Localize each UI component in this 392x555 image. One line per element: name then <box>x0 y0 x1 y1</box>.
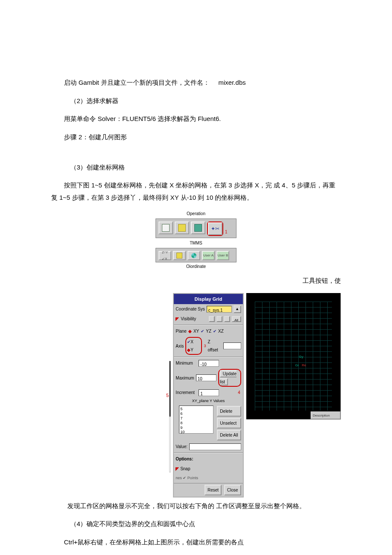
marker-5: 5 <box>166 391 169 400</box>
minimum-input[interactable]: -10 <box>199 360 219 367</box>
axis-icon: Z↑Y↙X <box>162 249 168 262</box>
para-step2: 步骤 2：创建几何图形 <box>51 131 341 144</box>
cube-icon <box>162 224 170 232</box>
side-strip <box>170 361 170 472</box>
delete-button[interactable]: Delete <box>217 406 241 417</box>
mesh-icon <box>178 224 186 232</box>
close-button[interactable]: Close <box>224 485 241 495</box>
axis-marker-gy: Gy <box>299 354 303 360</box>
para-launch: 启动 Gambit 并且建立一个新的项目文件，文件名： mixer.dbs <box>51 77 341 89</box>
display-grid-panel: Display Grid Coordinate Sys c_sys.1 ▲ ◤ … <box>173 293 243 497</box>
label-operation: Operation <box>156 210 236 218</box>
highlight-ring-1: ✦✂ <box>207 221 223 236</box>
maximum-input[interactable]: 10 <box>196 374 216 381</box>
para-adjust: 发现工作区的网格显示不完全，我们可以按右下角的 工作区调整至显示出整个网格。 <box>51 500 341 512</box>
list-item[interactable]: 7 <box>180 416 212 421</box>
axis-label: Axis <box>176 342 184 350</box>
grid2-icon <box>176 253 182 259</box>
marker-1: 1 <box>225 228 228 236</box>
visibility-label: Visibility <box>181 315 196 323</box>
label-oiordinate: Oiordinate <box>156 262 236 270</box>
axis-marker-re: Re <box>302 362 306 368</box>
user-b-button[interactable]: User B <box>216 251 229 260</box>
user-b-label: User B <box>218 252 228 259</box>
zones-button[interactable] <box>191 221 205 234</box>
plane-yz[interactable]: YZ <box>206 327 211 335</box>
plane-xz[interactable]: XZ <box>218 327 224 335</box>
values-list[interactable]: 5 6 7 8 9 10 <box>179 405 213 434</box>
grid2-button[interactable] <box>173 251 186 260</box>
para-grid-desc: 按照下图 1~5 创建坐标网格，先创建 X 坐标的网格，在第 3 步选择 X，完… <box>51 179 341 204</box>
para-solver-cmd: 用菜单命令 Solver：FLUENT5/6 选择求解器为 Fluent6. <box>51 113 341 125</box>
delete-all-button[interactable]: Delete All <box>217 430 241 440</box>
vis-1[interactable] <box>209 316 215 322</box>
zoffset-input[interactable] <box>223 342 241 349</box>
para-create-grid: （3）创建坐标网格 <box>51 161 341 174</box>
plane-label: Plane <box>176 327 187 335</box>
vis-2[interactable] <box>216 316 222 322</box>
text: 启动 Gambit 并且建立一个新的项目文件，文件名： <box>64 79 210 86</box>
update-list-button[interactable]: Update list <box>220 370 236 385</box>
list-item[interactable]: 8 <box>180 421 212 426</box>
coord-sys-input[interactable]: c_sys.1 <box>207 306 232 313</box>
list-item[interactable]: 5 <box>180 407 212 411</box>
fan-button[interactable] <box>187 251 200 260</box>
display-grid-figure: 5 Display Grid Coordinate Sys c_sys.1 ▲ … <box>166 293 341 497</box>
marker-4: 4 <box>238 388 240 397</box>
coord-sys-label: Coordinate Sys <box>176 305 205 313</box>
para-select-solver: （2）选择求解器 <box>51 95 341 107</box>
list-item[interactable]: 9 <box>180 426 212 430</box>
vis-3[interactable] <box>224 316 230 322</box>
user-a-label: User A <box>203 252 213 259</box>
zoffset-label: Z offset <box>208 338 221 354</box>
axis-button[interactable]: Z↑Y↙X <box>159 251 171 260</box>
highlight-ring-3: ✔X ◆Y <box>185 337 202 355</box>
list-item[interactable]: 6 <box>180 411 212 416</box>
snap-label[interactable]: Snap <box>180 466 190 471</box>
coord-sys-picker[interactable]: ▲ <box>233 305 241 313</box>
para-step4: （4）确定不同类型边界的交点和圆弧中心点 <box>51 518 341 530</box>
tools-icon: ✦✂ <box>211 224 219 234</box>
reset-button[interactable]: Reset <box>205 485 222 495</box>
axis-x[interactable]: X <box>190 339 193 344</box>
zones-icon <box>194 224 202 232</box>
tools-button[interactable]: ✦✂ <box>208 222 222 235</box>
maximum-label: Maximum <box>176 374 194 382</box>
grid-viewport[interactable]: Gy Gr Re Description <box>246 293 341 420</box>
minimum-label: Minimum <box>176 359 197 367</box>
increment-label: Increment <box>176 388 197 397</box>
panel-title: Display Grid <box>174 294 242 305</box>
vis-all[interactable]: All <box>232 316 241 322</box>
para-ctrl-right: Ctrl+鼠标右键，在坐标网格上如上图所示，创建出所需要的各点 <box>51 536 341 549</box>
filename: mixer.dbs <box>219 79 246 86</box>
label-tmms: TMMS <box>156 239 236 247</box>
options-label: Options: <box>176 455 193 463</box>
viewport-footer: Description <box>311 411 340 419</box>
user-a-button[interactable]: User A <box>202 251 215 260</box>
plane-xy[interactable]: XY <box>193 327 199 335</box>
increment-input[interactable]: 1 <box>199 389 219 396</box>
list-title: XY_plane Y Values <box>174 397 242 405</box>
geometry-button[interactable] <box>159 221 173 234</box>
value-label: Value: <box>176 443 187 451</box>
value-input[interactable] <box>189 443 241 450</box>
grid-lines <box>255 302 332 411</box>
fragment-right: 工具按钮，使 <box>51 275 341 287</box>
mesh-button[interactable] <box>175 221 189 234</box>
marker-3: 3 <box>204 342 206 350</box>
highlight-ring-4: Update list <box>218 369 241 387</box>
visibility-toggle-icon: ◤ <box>176 315 179 323</box>
diamond-icon: ◆ <box>188 327 192 335</box>
axis-y[interactable]: Y <box>190 348 193 352</box>
lines-points[interactable]: nes ✔ Points <box>176 474 198 482</box>
axis-marker-gr: Gr <box>295 362 299 368</box>
unselect-button[interactable]: Unselect <box>217 418 241 428</box>
fan-icon <box>191 253 196 258</box>
list-item[interactable]: 10 <box>180 430 212 434</box>
operation-panel: Operation ✦✂ 1 TMMS Z↑Y↙X User A <box>156 210 236 270</box>
